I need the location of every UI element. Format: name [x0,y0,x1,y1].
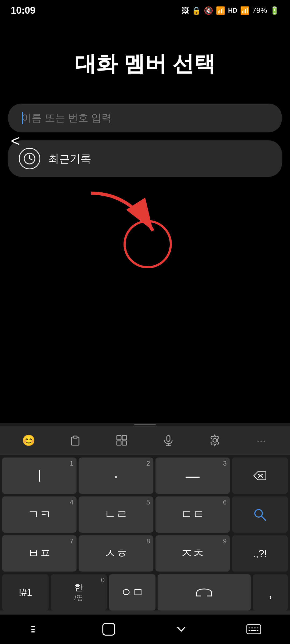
punctuation-key[interactable]: .,?! [232,535,288,572]
space-icon [196,588,212,597]
more-button[interactable]: ··· [238,431,285,450]
key-sh[interactable]: 8 ㅅㅎ [79,535,153,572]
key-jc[interactable]: 9 ㅈㅊ [155,535,230,572]
key-gk[interactable]: 4 ㄱㅋ [2,496,77,533]
svg-line-17 [261,516,266,520]
battery-icon: 🔋 [270,6,279,15]
bottom-nav [0,614,290,644]
key-dash[interactable]: 3 — [155,458,230,494]
annotation-circle [124,220,172,268]
hd-icon: HD [228,7,237,14]
grid-icon [116,434,128,446]
key-pipe[interactable]: 1 ㅣ [2,458,77,494]
clipboard-button[interactable] [52,431,98,450]
photo-icon: 🖼 [182,6,189,15]
settings-button[interactable] [191,431,238,450]
recent-apps-icon [30,623,43,635]
key-row-4: !#1 0 한/영 ㅇㅁ , [2,574,288,610]
search-icon [253,508,267,521]
space-key[interactable] [158,574,251,610]
key-dot[interactable]: 2 · [79,458,153,494]
backspace-icon [252,470,267,481]
page-title: 대화 멤버 선택 [0,51,290,77]
back-nav-button[interactable] [165,620,197,639]
key-row-2: 4 ㄱㅋ 5 ㄴㄹ 6 ㄷㅌ [2,496,288,533]
emoji-button[interactable]: 😊 [5,431,52,450]
lang-switch-key[interactable]: 0 한/영 [51,574,107,610]
battery-level: 79% [252,6,267,15]
backspace-key[interactable] [232,458,288,494]
key-om[interactable]: ㅇㅁ [109,574,155,610]
search-input[interactable] [8,104,282,132]
keyboard-toolbar: 😊 [0,426,290,455]
gear-icon [209,434,221,447]
recent-label: 최근기록 [48,151,91,166]
cursor [22,112,23,124]
svg-rect-9 [122,441,126,445]
signal-icon: 📶 [240,6,249,15]
back-nav-icon [175,623,188,636]
svg-rect-5 [73,436,77,438]
status-bar: 10:09 🖼 🔒 🔇 📶 HD 📶 79% 🔋 [0,0,290,19]
symbols-key[interactable]: !#1 [2,574,49,610]
clipboard-icon [69,434,81,446]
mute-icon: 🔇 [204,6,213,15]
grid-button[interactable] [99,431,145,450]
svg-rect-10 [167,436,170,441]
key-nr[interactable]: 5 ㄴㄹ [79,496,153,533]
mic-icon [162,434,174,446]
home-icon [101,621,117,637]
keyboard-button[interactable] [238,620,270,639]
comma-key[interactable]: , [253,574,288,610]
svg-rect-24 [247,625,261,634]
mic-button[interactable] [145,431,191,450]
more-icon: ··· [257,435,266,446]
search-container [8,104,282,132]
key-bp[interactable]: 7 ㅂㅍ [2,535,77,572]
key-dt[interactable]: 6 ㄷㅌ [155,496,230,533]
recent-apps-button[interactable] [20,620,52,639]
svg-rect-8 [117,441,121,445]
svg-line-2 [30,159,32,160]
svg-rect-7 [122,436,126,440]
emoji-icon: 😊 [22,434,35,447]
home-button[interactable] [93,620,125,639]
search-key[interactable] [232,496,288,533]
recent-records[interactable]: 최근기록 [8,140,282,177]
status-icons: 🖼 🔒 🔇 📶 HD 📶 79% 🔋 [182,6,279,15]
key-row-1: 1 ㅣ 2 · 3 — [2,458,288,494]
svg-rect-23 [103,623,115,635]
key-row-3: 7 ㅂㅍ 8 ㅅㅎ 9 ㅈㅊ .,?! [2,535,288,572]
keyboard-nav-icon [246,623,262,636]
svg-point-13 [213,438,217,442]
recent-icon [19,148,40,169]
keyboard-rows: 1 ㅣ 2 · 3 — 4 ㄱㅋ [0,455,290,610]
annotation-arrow [75,188,166,247]
svg-rect-6 [117,436,121,440]
lock-icon: 🔒 [192,6,201,15]
back-button[interactable]: < [11,131,20,150]
status-time: 10:09 [11,5,35,16]
wifi-icon: 📶 [216,6,225,15]
